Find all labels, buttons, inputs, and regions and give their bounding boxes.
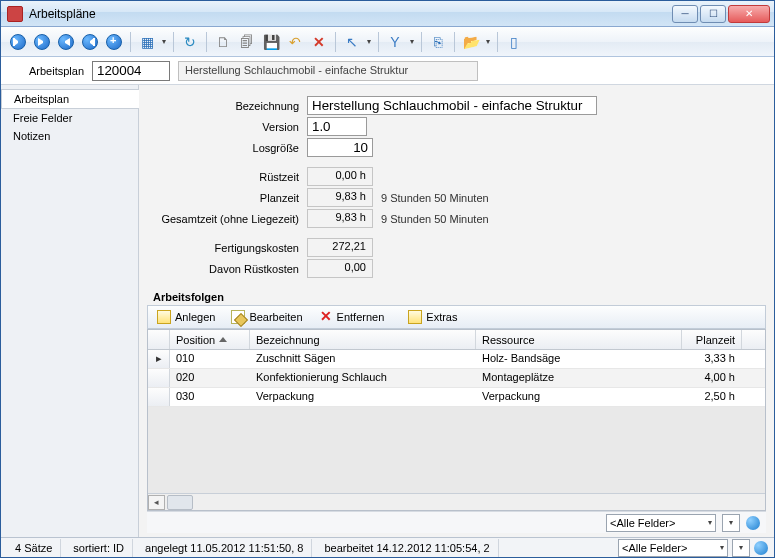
copy-icon: 🗐: [240, 34, 254, 50]
delete-button[interactable]: ✕: [308, 31, 330, 53]
chevron-down-icon: ▾: [739, 543, 743, 552]
grid-dropdown[interactable]: ▾: [160, 37, 168, 46]
grid-button[interactable]: ▦: [136, 31, 158, 53]
planzeit-label: Planzeit: [147, 192, 307, 204]
extras-button[interactable]: Extras: [403, 307, 466, 327]
delete-icon: ✕: [313, 34, 325, 50]
main-panel: Bezeichnung Version Losgröße Rüstzeit 0,…: [139, 85, 774, 537]
filter-button[interactable]: Y: [384, 31, 406, 53]
grid-rowhead-col[interactable]: [148, 330, 170, 349]
app-window: Arbeitspläne ─ ☐ ✕ ▦ ▾ ↻ 🗋 🗐 💾 ↶ ✕ ↖ ▾ Y…: [0, 0, 775, 558]
grid-icon: ▦: [141, 34, 154, 50]
app-icon: [7, 6, 23, 22]
folder-dropdown[interactable]: ▾: [484, 37, 492, 46]
folder-button[interactable]: 📂: [460, 31, 482, 53]
gesamtzeit-label: Gesamtzeit (ohne Liegezeit): [147, 213, 307, 225]
globe-icon[interactable]: [754, 541, 768, 555]
bezeichnung-label: Bezeichnung: [147, 100, 307, 112]
extra-button[interactable]: ▯: [503, 31, 525, 53]
grid-col-position[interactable]: Position: [170, 330, 250, 349]
main-toolbar: ▦ ▾ ↻ 🗋 🗐 💾 ↶ ✕ ↖ ▾ Y ▾ ⎘ 📂 ▾ ▯: [1, 27, 774, 57]
tab-arbeitsplan[interactable]: Arbeitsplan: [1, 89, 139, 109]
refresh-button[interactable]: ↻: [179, 31, 201, 53]
table-row[interactable]: ▸ 010 Zuschnitt Sägen Holz- Bandsäge 3,3…: [148, 350, 765, 369]
extras-icon: [408, 310, 422, 324]
bearbeiten-button[interactable]: Bearbeiten: [226, 307, 311, 327]
titlebar: Arbeitspläne ─ ☐ ✕: [1, 1, 774, 27]
nav-first-button[interactable]: [7, 31, 29, 53]
table-row[interactable]: 020 Konfektionierung Schlauch Montageplä…: [148, 369, 765, 388]
nav-new-button[interactable]: [103, 31, 125, 53]
status-op-combo[interactable]: ▾: [732, 539, 750, 557]
edit-icon: [231, 310, 245, 324]
sort-asc-icon: [219, 337, 227, 342]
search-dropdown[interactable]: ▾: [365, 37, 373, 46]
grid-filter-op-combo[interactable]: ▾: [722, 514, 740, 532]
grid-col-planzeit[interactable]: Planzeit: [682, 330, 742, 349]
filter-icon: Y: [390, 34, 399, 50]
export-icon: ⎘: [434, 34, 442, 50]
search-button[interactable]: ↖: [341, 31, 363, 53]
body: Arbeitsplan Freie Felder Notizen Bezeich…: [1, 85, 774, 537]
losgroesse-label: Losgröße: [147, 142, 307, 154]
anlegen-button[interactable]: Anlegen: [152, 307, 224, 327]
minimize-button[interactable]: ─: [672, 5, 698, 23]
grid-header: Position Bezeichnung Ressource Planzeit: [148, 330, 765, 350]
grid-filter-row: <Alle Felder>▾ ▾: [147, 511, 766, 533]
tab-freie-felder[interactable]: Freie Felder: [1, 109, 138, 127]
davon-ruestkosten-value: 0,00: [307, 259, 373, 278]
extra-icon: ▯: [510, 34, 518, 50]
status-created: angelegt 11.05.2012 11:51:50, 8: [137, 539, 312, 557]
nav-last-button[interactable]: [79, 31, 101, 53]
arbeitsfolgen-grid: Position Bezeichnung Ressource Planzeit …: [147, 329, 766, 511]
grid-filter-fields-combo[interactable]: <Alle Felder>▾: [606, 514, 716, 532]
filter-dropdown[interactable]: ▾: [408, 37, 416, 46]
new-icon: [157, 310, 171, 324]
nav-prev-button[interactable]: [31, 31, 53, 53]
table-row[interactable]: 030 Verpackung Verpackung 2,50 h: [148, 388, 765, 407]
status-sort: sortiert: ID: [65, 539, 133, 557]
close-button[interactable]: ✕: [728, 5, 770, 23]
grid-hscroll[interactable]: ◂: [148, 493, 765, 510]
scroll-thumb[interactable]: [167, 495, 193, 510]
entfernen-button[interactable]: ✕Entfernen: [314, 307, 394, 327]
arbeitsplan-desc: Herstellung Schlauchmobil - einfache Str…: [178, 61, 478, 81]
planzeit-value: 9,83 h: [307, 188, 373, 207]
ruestzeit-value: 0,00 h: [307, 167, 373, 186]
folder-icon: 📂: [463, 34, 480, 50]
search-icon: ↖: [346, 34, 358, 50]
maximize-button[interactable]: ☐: [700, 5, 726, 23]
window-buttons: ─ ☐ ✕: [672, 5, 770, 23]
export-button[interactable]: ⎘: [427, 31, 449, 53]
grid-col-bezeichnung[interactable]: Bezeichnung: [250, 330, 476, 349]
arbeitsfolgen-toolbar: Anlegen Bearbeiten ✕Entfernen Extras: [147, 305, 766, 329]
globe-icon[interactable]: [746, 516, 760, 530]
version-label: Version: [147, 121, 307, 133]
chevron-down-icon: ▾: [729, 518, 733, 527]
record-id-row: Arbeitsplan Herstellung Schlauchmobil - …: [1, 57, 774, 85]
grid-col-ressource[interactable]: Ressource: [476, 330, 682, 349]
status-bar: 4 Sätze sortiert: ID angelegt 11.05.2012…: [1, 537, 774, 557]
fertigungskosten-value: 272,21: [307, 238, 373, 257]
bezeichnung-input[interactable]: [307, 96, 597, 115]
new-doc-button[interactable]: 🗋: [212, 31, 234, 53]
new-doc-icon: 🗋: [216, 34, 230, 50]
scroll-left-button[interactable]: ◂: [148, 495, 165, 510]
losgroesse-input[interactable]: [307, 138, 373, 157]
gesamtzeit-text: 9 Stunden 50 Minuten: [381, 213, 521, 225]
undo-button[interactable]: ↶: [284, 31, 306, 53]
arbeitsplan-id-input[interactable]: [92, 61, 170, 81]
arbeitsplan-label: Arbeitsplan: [29, 65, 84, 77]
status-fields-combo[interactable]: <Alle Felder>▾: [618, 539, 728, 557]
nav-next-button[interactable]: [55, 31, 77, 53]
refresh-icon: ↻: [184, 34, 196, 50]
version-input[interactable]: [307, 117, 367, 136]
grid-empty-area: [148, 407, 765, 493]
save-button[interactable]: 💾: [260, 31, 282, 53]
arbeitsfolgen-title: Arbeitsfolgen: [147, 291, 766, 303]
davon-ruestkosten-label: Davon Rüstkosten: [147, 263, 307, 275]
side-tabs: Arbeitsplan Freie Felder Notizen: [1, 85, 139, 537]
window-title: Arbeitspläne: [29, 7, 672, 21]
copy-button[interactable]: 🗐: [236, 31, 258, 53]
tab-notizen[interactable]: Notizen: [1, 127, 138, 145]
